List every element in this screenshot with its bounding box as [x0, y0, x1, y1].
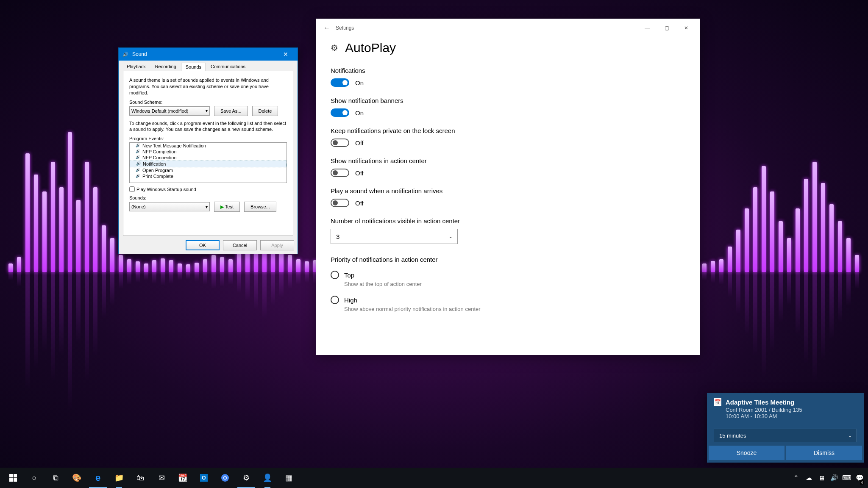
tray-chevron-icon[interactable]: ⌃: [790, 468, 802, 488]
test-button[interactable]: ▶ Test: [214, 202, 240, 212]
taskbar: ○ ⧉ 🎨 e 📁 🛍 ✉ 📆 O ⚙ 👤 ▦ ⌃ ☁ 🖥 🔊 ⌨ 💬4: [0, 468, 868, 488]
change-description: To change sounds, click a program event …: [129, 120, 287, 133]
actioncenter-toggle[interactable]: [331, 169, 349, 177]
settings-titlebar-text: Settings: [336, 25, 354, 31]
svg-rect-3: [14, 478, 17, 482]
task-view-icon[interactable]: ⧉: [45, 468, 66, 488]
network-icon[interactable]: 🖥: [815, 468, 827, 488]
radio-desc: Show at the top of action center: [344, 281, 686, 287]
maximize-icon[interactable]: ▢: [657, 19, 676, 37]
svg-rect-0: [9, 474, 13, 477]
settings-heading: ⚙ AutoPlay: [331, 41, 686, 55]
mail-icon[interactable]: ✉: [151, 468, 172, 488]
sound-toggle[interactable]: [331, 199, 349, 207]
close-icon[interactable]: ✕: [277, 51, 294, 58]
priority-radio-high[interactable]: [331, 296, 339, 304]
paint-icon[interactable]: 🎨: [66, 468, 87, 488]
event-item[interactable]: NFP Connection: [130, 155, 287, 161]
chevron-down-icon: ▾: [206, 108, 208, 113]
radio-desc: Show above normal priority notifications…: [344, 306, 686, 312]
minimize-icon[interactable]: —: [637, 19, 657, 37]
cancel-button[interactable]: Cancel: [223, 240, 257, 250]
toggle-title-4: Play a sound when a notification arrives: [331, 187, 686, 194]
sound-description: A sound theme is a set of sounds applied…: [129, 77, 287, 96]
volume-icon[interactable]: 🔊: [828, 468, 840, 488]
priority-radio-top[interactable]: [331, 271, 339, 279]
toggle-title-3: Show notifications in action center: [331, 157, 686, 164]
edge-icon[interactable]: e: [87, 468, 108, 488]
event-item[interactable]: New Text Message Notification: [130, 143, 287, 149]
toast-time: 10:00 AM - 10:30 AM: [726, 413, 857, 419]
tab-communications[interactable]: Communications: [206, 62, 250, 71]
events-label: Program Events:: [129, 136, 287, 141]
page-title: AutoPlay: [345, 41, 396, 55]
event-item[interactable]: Open Program: [130, 167, 287, 173]
program-events-list[interactable]: New Text Message Notification NFP Comple…: [129, 142, 287, 183]
close-icon[interactable]: ✕: [676, 19, 696, 37]
keyboard-icon[interactable]: ⌨: [841, 468, 853, 488]
tab-playback[interactable]: Playback: [122, 62, 150, 71]
notification-count-dropdown[interactable]: 3⌄: [331, 229, 458, 244]
speaker-icon: 🔊: [122, 51, 129, 58]
chrome-icon[interactable]: [214, 468, 236, 488]
start-button[interactable]: [3, 468, 24, 488]
notifications-toggle[interactable]: [331, 78, 349, 87]
priority-label: Priority of notifications in action cent…: [331, 256, 686, 263]
back-icon[interactable]: ←: [320, 24, 333, 32]
sounds-label: Sounds:: [129, 195, 287, 200]
toggle-title-0: Notifications: [331, 67, 686, 74]
browse-button[interactable]: Browse...: [244, 202, 276, 212]
snooze-duration-dropdown[interactable]: 15 minutes⌄: [714, 429, 857, 442]
tab-sounds[interactable]: Sounds: [181, 63, 206, 71]
delete-button[interactable]: Delete: [252, 106, 278, 116]
apply-button[interactable]: Apply: [260, 240, 294, 250]
settings-titlebar[interactable]: ← Settings — ▢ ✕: [316, 19, 700, 37]
radio-label: High: [344, 297, 357, 304]
startup-sound-label: Play Windows Startup sound: [136, 187, 196, 192]
startup-sound-checkbox[interactable]: [129, 186, 135, 192]
onedrive-icon[interactable]: ☁: [803, 468, 815, 488]
sound-body: A sound theme is a set of sounds applied…: [123, 71, 293, 236]
sounds-dropdown[interactable]: (None)▾: [129, 202, 210, 211]
toggle-state: On: [355, 109, 364, 116]
toggle-state: Off: [355, 169, 364, 177]
scheme-label: Sound Scheme:: [129, 100, 287, 105]
event-item[interactable]: Print Complete: [130, 173, 287, 179]
toggle-state: Off: [355, 139, 364, 147]
fingerprint-icon[interactable]: 👤: [257, 468, 278, 488]
tab-recording[interactable]: Recording: [150, 62, 181, 71]
sound-titlebar[interactable]: 🔊 Sound ✕: [119, 48, 298, 61]
toggle-title-1: Show notification banners: [331, 97, 686, 104]
chevron-down-icon: ⌄: [449, 234, 452, 239]
calendar-icon[interactable]: 📆: [172, 468, 193, 488]
toggle-state: Off: [355, 200, 364, 207]
toggle-state: On: [355, 79, 364, 86]
chevron-down-icon: ▾: [206, 205, 208, 209]
apps-icon[interactable]: ▦: [278, 468, 299, 488]
svg-rect-2: [9, 478, 13, 482]
calendar-icon: 📅: [714, 398, 721, 406]
banners-toggle[interactable]: [331, 108, 349, 117]
toggle-title-2: Keep notifications private on the lock s…: [331, 127, 686, 134]
radio-label: Top: [344, 272, 354, 279]
sound-title: Sound: [132, 51, 277, 57]
gear-icon: ⚙: [331, 43, 338, 53]
lockscreen-toggle[interactable]: [331, 139, 349, 147]
action-center-icon[interactable]: 💬4: [854, 468, 865, 488]
store-icon[interactable]: 🛍: [130, 468, 151, 488]
settings-window: ← Settings — ▢ ✕ ⚙ AutoPlay Notification…: [316, 19, 700, 355]
event-item[interactable]: NFP Completion: [130, 149, 287, 155]
settings-taskbar-icon[interactable]: ⚙: [236, 468, 257, 488]
save-as-button[interactable]: Save As...: [214, 106, 248, 116]
toast-title: Adaptive Tiles Meeting: [726, 399, 794, 406]
outlook-icon[interactable]: O: [193, 468, 214, 488]
explorer-icon[interactable]: 📁: [108, 468, 130, 488]
snooze-button[interactable]: Snooze: [709, 446, 785, 460]
cortana-icon[interactable]: ○: [24, 468, 45, 488]
scheme-dropdown[interactable]: Windows Default (modified)▾: [129, 106, 210, 116]
ok-button[interactable]: OK: [186, 240, 220, 250]
event-item-selected[interactable]: Notification: [130, 161, 287, 167]
svg-rect-1: [14, 474, 17, 477]
sound-dialog: 🔊 Sound ✕ Playback Recording Sounds Comm…: [118, 47, 298, 254]
dismiss-button[interactable]: Dismiss: [786, 446, 862, 460]
